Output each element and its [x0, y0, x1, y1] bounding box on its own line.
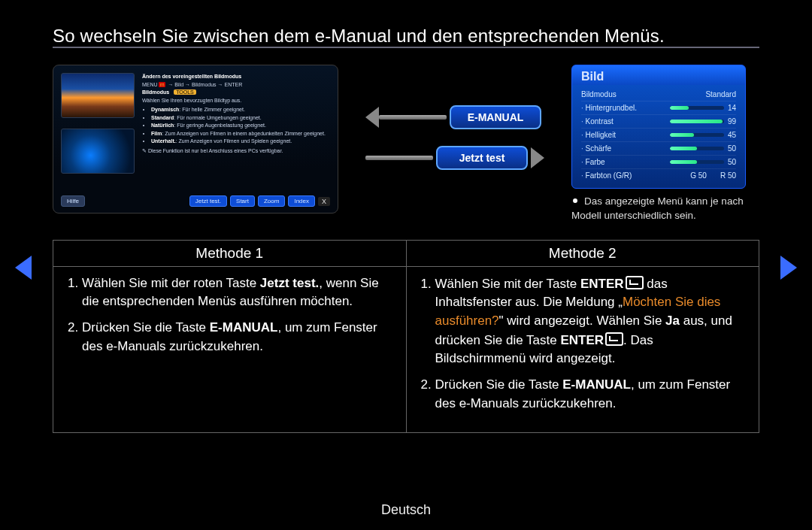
emanual-item: Unterhalt.: Zum Anzeigen von Filmen und …: [151, 138, 330, 146]
osd-row: Schärfe50: [581, 142, 736, 156]
emanual-close-icon[interactable]: X: [318, 197, 330, 206]
bullet-icon: [573, 198, 577, 203]
nav-prev-icon[interactable]: [15, 256, 32, 280]
enter-icon: [605, 332, 623, 346]
emanual-path-menu: MENU: [142, 82, 158, 87]
method2-cell: Wählen Sie mit der Taste ENTER das Inhal…: [406, 266, 759, 432]
osd-row-label: Hintergrundbel.: [581, 104, 637, 112]
emanual-path-rest: → Bild → Bildmodus → ENTER: [166, 82, 242, 87]
methods-table: Methode 1 Methode 2 Wählen Sie mit der r…: [53, 240, 759, 433]
enter-icon: [626, 276, 644, 289]
osd-row: Hintergrundbel.14: [581, 101, 736, 115]
osd-row-label: Farbton (G/R): [581, 171, 632, 180]
emanual-item: Film: Zum Anzeigen von Filmen in einem a…: [151, 130, 330, 138]
osd-row-value: Standard: [705, 90, 736, 98]
emanual-btn-start[interactable]: Start: [230, 195, 255, 207]
emanual-footnote: Diese Funktion ist nur bei Anschluss ein…: [148, 148, 283, 153]
emanual-mode-label: Bildmodus: [142, 89, 169, 95]
osd-slider: 45: [670, 131, 736, 139]
osd-row-label: Farbe: [581, 158, 605, 166]
osd-row: Helligkeit45: [581, 129, 736, 142]
osd-row-value: 99: [728, 117, 736, 126]
method2-step2: Drücken Sie die Taste E-MANUAL, um zum F…: [435, 376, 747, 413]
arrow-left-icon: [365, 107, 379, 128]
thumbnail-tv: [61, 129, 135, 174]
osd-row-value: 45: [728, 131, 736, 139]
osd-note: Das angezeigte Menü kann je nach Modell …: [571, 195, 759, 223]
emanual-btn-jetzt-test[interactable]: Jetzt test.: [189, 195, 227, 207]
footer-language: Deutsch: [0, 502, 812, 518]
osd-title: Bild: [572, 65, 745, 85]
osd-slider: 50: [670, 144, 736, 153]
emanual-content: Ändern des voreingestellten Bildmodus ME…: [142, 73, 330, 155]
emanual-btn-zoom[interactable]: Zoom: [258, 195, 285, 207]
emanual-instruction: Wählen Sie Ihren bevorzugten Bildtyp aus…: [142, 97, 330, 105]
emanual-pill: E-MANUAL: [450, 105, 541, 129]
osd-row-value: 14: [728, 104, 736, 112]
emanual-tools-badge: TOOLS: [174, 89, 196, 95]
arrow-bar: [365, 156, 433, 160]
osd-slider: 50: [670, 158, 736, 166]
method2-step1: Wählen Sie mit der Taste ENTER das Inhal…: [435, 274, 747, 368]
osd-tint-g: G 50: [690, 171, 707, 180]
arrow-bar: [379, 115, 447, 120]
thumbnail-sunset: [61, 73, 135, 118]
jetzt-test-pill: Jetzt test: [436, 146, 528, 170]
method1-step1: Wählen Sie mit der roten Taste Jetzt tes…: [82, 274, 394, 311]
top-illustration-row: Ändern des voreingestellten Bildmodus ME…: [53, 65, 759, 223]
emanual-heading: Ändern des voreingestellten Bildmodus: [142, 73, 330, 81]
emanual-btn-help[interactable]: Hilfe: [61, 195, 85, 207]
emanual-panel: Ändern des voreingestellten Bildmodus ME…: [53, 65, 338, 214]
osd-tint-r: R 50: [720, 171, 736, 180]
method2-header: Methode 2: [406, 240, 759, 266]
osd-row-tint: Farbton (G/R)G 50R 50: [581, 169, 736, 182]
arrow-right-jetzt: Jetzt test: [365, 146, 544, 170]
osd-panel: Bild BildmodusStandardHintergrundbel.14K…: [571, 65, 746, 189]
osd-row-value: 50: [728, 158, 736, 166]
page-title: So wechseln Sie zwischen dem e-Manual un…: [53, 26, 759, 48]
arrow-right-icon: [531, 147, 544, 168]
osd-row-label: Kontrast: [581, 117, 614, 126]
osd-row-label: Schärfe: [581, 144, 611, 153]
osd-row-value: 50: [728, 144, 736, 153]
emanual-item: Dynamisch: Für helle Zimmer geeignet.: [151, 106, 330, 114]
center-arrows: E-MANUAL Jetzt test: [365, 105, 544, 170]
osd-row: Kontrast99: [581, 115, 736, 129]
osd-row-label: Bildmodus: [581, 90, 617, 98]
nav-next-icon[interactable]: [780, 256, 797, 280]
arrow-left-emanual: E-MANUAL: [365, 105, 544, 129]
method1-cell: Wählen Sie mit der roten Taste Jetzt tes…: [53, 266, 407, 432]
osd-body: BildmodusStandardHintergrundbel.14Kontra…: [572, 85, 745, 188]
osd-row: Farbe50: [581, 156, 736, 169]
osd-slider: 99: [670, 117, 736, 126]
method1-step2: Drücken Sie die Taste E-MANUAL, um zum F…: [82, 319, 394, 356]
osd-slider: 14: [670, 104, 736, 112]
method1-header: Methode 1: [53, 240, 407, 266]
emanual-item: Standard: Für normale Umgebungen geeigne…: [151, 114, 330, 123]
emanual-thumbnails: [61, 73, 133, 184]
emanual-item: Natürlich: Für geringe Augenbelastung ge…: [151, 122, 330, 130]
osd-row: BildmodusStandard: [581, 88, 736, 101]
emanual-btn-index[interactable]: Index: [288, 195, 315, 207]
osd-row-label: Helligkeit: [581, 131, 616, 139]
